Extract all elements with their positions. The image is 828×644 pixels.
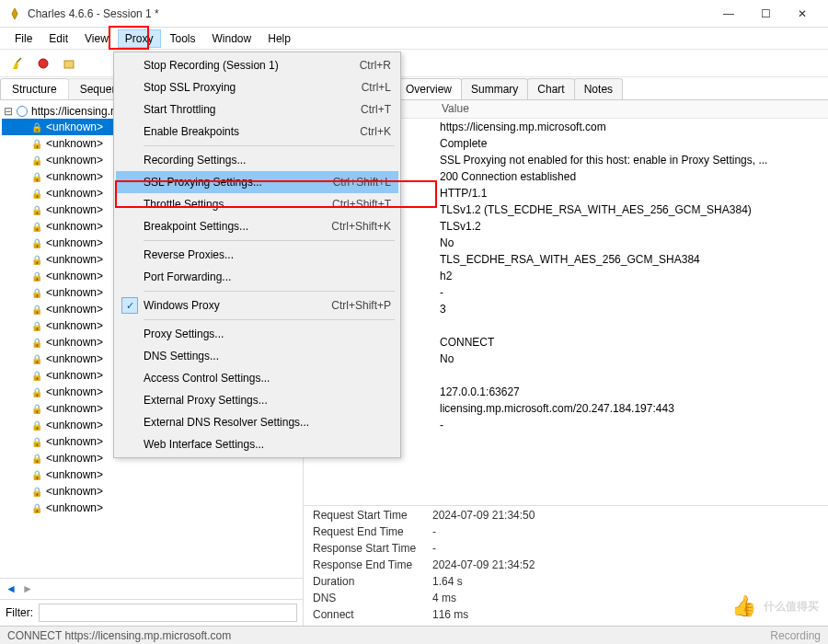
minimize-button[interactable]: — bbox=[710, 1, 747, 27]
detail-value: CONNECT bbox=[440, 334, 828, 351]
timing-value: 1.64 s bbox=[432, 575, 819, 590]
tree-item[interactable]: 🔒<unknown> bbox=[2, 483, 301, 500]
timing-label: Request End Time bbox=[313, 525, 432, 540]
lock-icon: 🔒 bbox=[31, 454, 42, 464]
tree-item-label: <unknown> bbox=[46, 187, 103, 200]
svg-rect-2 bbox=[64, 61, 74, 68]
menu-item-access-control-settings[interactable]: Access Control Settings... bbox=[116, 367, 398, 389]
menu-shortcut: Ctrl+Shift+P bbox=[331, 299, 391, 312]
timing-value: - bbox=[432, 542, 819, 557]
lock-icon: 🔒 bbox=[31, 371, 42, 381]
status-recording: Recording bbox=[770, 629, 821, 642]
menu-item-enable-breakpoints[interactable]: Enable BreakpointsCtrl+K bbox=[116, 121, 398, 143]
menu-item-port-forwarding[interactable]: Port Forwarding... bbox=[116, 266, 398, 288]
menu-view[interactable]: View bbox=[77, 29, 116, 48]
menu-help[interactable]: Help bbox=[260, 29, 298, 48]
tree-item-label: <unknown> bbox=[46, 369, 103, 382]
tab-notes[interactable]: Notes bbox=[574, 78, 623, 99]
tree-nav: ◄ ► bbox=[0, 578, 303, 599]
tree-item-label: <unknown> bbox=[46, 286, 103, 299]
menu-item-stop-recording-session-1[interactable]: Stop Recording (Session 1)Ctrl+R bbox=[116, 54, 398, 76]
tree-item-label: <unknown> bbox=[46, 203, 103, 216]
tree-item[interactable]: 🔒<unknown> bbox=[2, 466, 301, 483]
menubar: FileEditViewProxyToolsWindowHelp bbox=[0, 28, 828, 50]
menu-item-label: Start Throttling bbox=[144, 103, 215, 116]
menu-tools[interactable]: Tools bbox=[163, 29, 203, 48]
expander-icon[interactable]: ⊟ bbox=[4, 105, 13, 118]
menu-file[interactable]: File bbox=[7, 29, 40, 48]
menu-item-label: Web Interface Settings... bbox=[144, 438, 264, 451]
menu-item-external-dns-resolver-settings[interactable]: External DNS Resolver Settings... bbox=[116, 411, 398, 433]
lock-icon: 🔒 bbox=[31, 122, 42, 132]
timing-value: - bbox=[432, 525, 819, 540]
tree-item-label: <unknown> bbox=[46, 170, 103, 183]
detail-value: licensing.mp.microsoft.com/20.247.184.19… bbox=[440, 400, 828, 417]
nav-next-icon[interactable]: ► bbox=[22, 582, 33, 595]
timing-value: 2024-07-09 21:34:50 bbox=[432, 509, 819, 523]
filter-input[interactable] bbox=[39, 604, 297, 622]
menu-item-throttle-settings[interactable]: Throttle Settings...Ctrl+Shift+T bbox=[116, 193, 398, 215]
tree-item-label: <unknown> bbox=[46, 419, 103, 431]
tree-item[interactable]: 🔒<unknown> bbox=[2, 500, 301, 516]
filter-label: Filter: bbox=[6, 606, 33, 619]
tool-icon[interactable] bbox=[59, 53, 79, 74]
col-value: Value bbox=[432, 100, 828, 118]
menu-item-stop-ssl-proxying[interactable]: Stop SSL ProxyingCtrl+L bbox=[116, 76, 398, 98]
menu-shortcut: Ctrl+K bbox=[360, 125, 391, 138]
app-icon bbox=[7, 6, 22, 21]
tab-chart[interactable]: Chart bbox=[527, 78, 574, 99]
record-icon[interactable] bbox=[33, 53, 53, 74]
timing-row: Request End Time- bbox=[304, 524, 828, 541]
lock-icon: 🔒 bbox=[31, 487, 42, 497]
menu-shortcut: Ctrl+Shift+T bbox=[332, 198, 391, 211]
menu-item-proxy-settings[interactable]: Proxy Settings... bbox=[116, 323, 398, 345]
detail-value: https://licensing.mp.microsoft.com bbox=[440, 119, 828, 135]
lock-icon: 🔒 bbox=[31, 271, 42, 282]
menu-item-web-interface-settings[interactable]: Web Interface Settings... bbox=[116, 433, 398, 455]
menu-proxy[interactable]: Proxy bbox=[118, 29, 161, 48]
tree-item-label: <unknown> bbox=[46, 319, 103, 332]
detail-value: 200 Connection established bbox=[440, 168, 828, 185]
menu-item-label: Stop SSL Proxying bbox=[144, 81, 236, 94]
timing-label: Response End Time bbox=[313, 558, 432, 573]
menu-item-label: Enable Breakpoints bbox=[144, 125, 239, 138]
menu-item-label: External Proxy Settings... bbox=[144, 394, 268, 407]
menu-shortcut: Ctrl+T bbox=[361, 103, 391, 116]
menu-item-ssl-proxying-settings[interactable]: SSL Proxying Settings...Ctrl+Shift+L bbox=[116, 171, 398, 193]
menu-separator bbox=[144, 291, 395, 292]
menu-item-reverse-proxies[interactable]: Reverse Proxies... bbox=[116, 244, 398, 266]
filter-row: Filter: bbox=[0, 599, 303, 626]
menu-item-label: Breakpoint Settings... bbox=[144, 220, 248, 233]
menu-item-external-proxy-settings[interactable]: External Proxy Settings... bbox=[116, 389, 398, 411]
menu-item-recording-settings[interactable]: Recording Settings... bbox=[116, 149, 398, 171]
status-text: CONNECT https://licensing.mp.microsoft.c… bbox=[7, 629, 231, 642]
tab-structure[interactable]: Structure bbox=[0, 78, 69, 99]
timing-row: Duration1.64 s bbox=[304, 574, 828, 591]
menu-edit[interactable]: Edit bbox=[41, 29, 75, 48]
lock-icon: 🔒 bbox=[31, 387, 42, 397]
nav-prev-icon[interactable]: ◄ bbox=[6, 582, 17, 595]
lock-icon: 🔒 bbox=[31, 222, 42, 232]
detail-value: TLSv1.2 bbox=[440, 218, 828, 235]
close-button[interactable]: ✕ bbox=[784, 1, 821, 27]
lock-icon: 🔒 bbox=[31, 321, 42, 331]
menu-item-windows-proxy[interactable]: ✓Windows ProxyCtrl+Shift+P bbox=[116, 294, 398, 316]
tab-overview[interactable]: Overview bbox=[396, 78, 462, 99]
maximize-button[interactable]: ☐ bbox=[747, 1, 784, 27]
menu-item-breakpoint-settings[interactable]: Breakpoint Settings...Ctrl+Shift+K bbox=[116, 215, 398, 237]
timing-label: Response Start Time bbox=[313, 542, 432, 557]
tree-item-label: <unknown> bbox=[46, 121, 103, 133]
timing-row: Response Start Time- bbox=[304, 541, 828, 558]
tab-summary[interactable]: Summary bbox=[461, 78, 528, 99]
broom-icon[interactable] bbox=[7, 53, 28, 74]
menu-separator bbox=[144, 240, 395, 241]
proxy-menu-dropdown: Stop Recording (Session 1)Ctrl+RStop SSL… bbox=[113, 52, 401, 458]
menu-item-label: Reverse Proxies... bbox=[144, 248, 234, 261]
menu-shortcut: Ctrl+R bbox=[360, 59, 391, 72]
menu-item-dns-settings[interactable]: DNS Settings... bbox=[116, 345, 398, 367]
menu-window[interactable]: Window bbox=[205, 29, 259, 48]
menu-item-start-throttling[interactable]: Start ThrottlingCtrl+T bbox=[116, 98, 398, 121]
svg-line-0 bbox=[17, 58, 21, 63]
window-title: Charles 4.6.6 - Session 1 * bbox=[28, 7, 710, 20]
menu-item-label: Proxy Settings... bbox=[144, 328, 224, 340]
